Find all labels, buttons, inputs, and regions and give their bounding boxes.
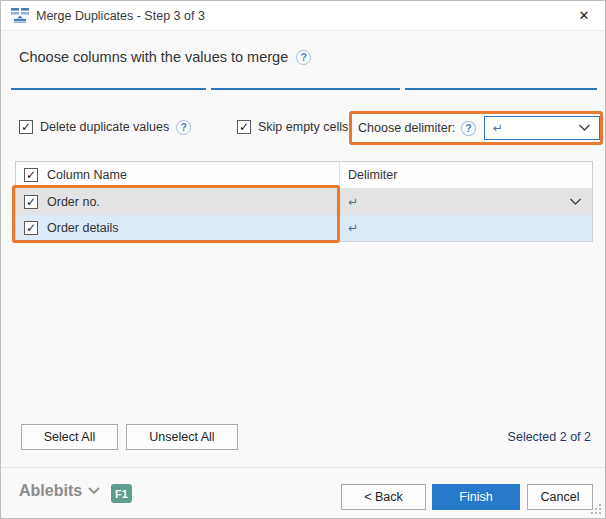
line-break-delimiter-icon: ↵: [348, 221, 358, 235]
merge-duplicates-app-icon: [11, 8, 29, 23]
delete-duplicates-help-icon[interactable]: ?: [176, 120, 191, 135]
row-checkbox[interactable]: ✓: [24, 221, 38, 235]
checkmark-icon: ✓: [26, 196, 36, 208]
ablebits-brand-menu[interactable]: Ablebits: [19, 482, 100, 500]
select-all-columns-checkbox[interactable]: ✓: [24, 168, 38, 182]
chevron-down-icon: [88, 487, 100, 495]
table-header-row: ✓ Column Name Delimiter: [16, 162, 592, 189]
help-icon[interactable]: ?: [296, 50, 311, 65]
table-row[interactable]: ✓ Order no. ↵: [16, 189, 592, 215]
option-delete-duplicate-values: ✓ Delete duplicate values ?: [19, 114, 191, 140]
delimiter-highlight-box: Choose delimiter: ? ↵: [349, 111, 603, 145]
row-delimiter-cell: ↵: [340, 189, 592, 215]
delimiter-header-label: Delimiter: [348, 168, 397, 182]
delete-duplicates-label: Delete duplicate values: [40, 120, 169, 134]
close-icon[interactable]: ✕: [563, 1, 605, 30]
chevron-down-icon[interactable]: [569, 198, 582, 206]
brand-label: Ablebits: [19, 482, 82, 500]
step-indicator-2: [211, 88, 400, 90]
column-name-header-cell: ✓ Column Name: [16, 162, 340, 188]
window-title: Merge Duplicates - Step 3 of 3: [36, 9, 205, 23]
column-name-header-label: Column Name: [47, 168, 127, 182]
line-break-delimiter-icon: ↵: [348, 195, 358, 209]
skip-empty-cells-checkbox[interactable]: ✓: [237, 120, 251, 134]
checkmark-icon: ✓: [21, 121, 31, 133]
delimiter-header-cell: Delimiter: [340, 162, 592, 188]
row-delimiter-cell: ↵: [340, 215, 592, 241]
merge-duplicates-dialog: Merge Duplicates - Step 3 of 3 ✕ Choose …: [0, 0, 606, 519]
choose-delimiter-label: Choose delimiter:: [358, 121, 455, 135]
page-title: Choose columns with the values to merge: [19, 49, 288, 65]
checkmark-icon: ✓: [26, 169, 36, 181]
f1-help-badge[interactable]: F1: [111, 484, 132, 503]
row-name-cell: ✓ Order details: [16, 215, 340, 241]
line-break-delimiter-icon: ↵: [493, 121, 503, 135]
finish-button[interactable]: Finish: [432, 484, 520, 510]
skip-empty-cells-label: Skip empty cells: [258, 120, 348, 134]
checkmark-icon: ✓: [239, 121, 249, 133]
columns-table: ✓ Column Name Delimiter ✓ Order no. ↵: [15, 161, 593, 242]
step-indicator-3: [405, 88, 597, 90]
chevron-down-icon: [578, 124, 591, 132]
table-row[interactable]: ✓ Order details ↵: [16, 215, 592, 241]
delimiter-dropdown[interactable]: ↵: [484, 116, 600, 140]
step-indicator-1: [11, 88, 206, 90]
page-heading-row: Choose columns with the values to merge …: [19, 49, 311, 65]
cancel-button[interactable]: Cancel: [527, 484, 593, 510]
unselect-all-button[interactable]: Unselect All: [126, 424, 238, 450]
row-checkbox[interactable]: ✓: [24, 195, 38, 209]
title-bar: Merge Duplicates - Step 3 of 3 ✕: [1, 1, 605, 31]
delimiter-help-icon[interactable]: ?: [461, 121, 475, 136]
back-button[interactable]: < Back: [341, 484, 426, 510]
select-all-button[interactable]: Select All: [21, 424, 118, 450]
row-column-name: Order details: [47, 221, 119, 235]
footer-divider: [1, 467, 605, 468]
checkmark-icon: ✓: [26, 222, 36, 234]
row-column-name: Order no.: [47, 195, 100, 209]
delete-duplicates-checkbox[interactable]: ✓: [19, 120, 33, 134]
option-skip-empty-cells: ✓ Skip empty cells: [237, 114, 348, 140]
resize-grip[interactable]: [591, 504, 601, 514]
selected-status: Selected 2 of 2: [508, 430, 591, 444]
row-name-cell: ✓ Order no.: [16, 189, 340, 215]
